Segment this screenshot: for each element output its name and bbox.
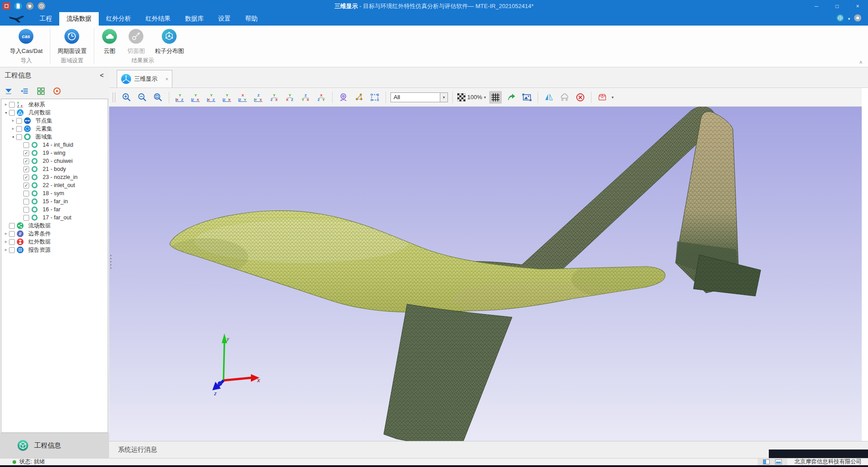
tree-item[interactable]: 17 - far_out xyxy=(1,214,108,222)
collapse-arrow-icon[interactable]: ▶ xyxy=(3,240,9,244)
history-icon[interactable] xyxy=(38,2,45,10)
panel-footer-tab[interactable]: 工程信息 xyxy=(0,433,109,458)
tree-item[interactable]: 16 - far xyxy=(1,205,108,214)
view-iso-2-button[interactable]: YXZ xyxy=(284,91,296,104)
view-iso-3-button[interactable]: ZYX xyxy=(299,91,312,104)
minimize-button[interactable]: ─ xyxy=(806,0,827,12)
ribbon-button[interactable]: cas导入Cas/Dat xyxy=(7,27,45,56)
collapse-arrow-icon[interactable]: ▶ xyxy=(10,127,16,131)
tree-item[interactable]: ▶YZX坐标系 xyxy=(1,100,108,109)
target-icon[interactable] xyxy=(52,86,62,96)
list-icon[interactable] xyxy=(20,86,30,96)
tree-checkbox[interactable] xyxy=(16,118,22,124)
box-select-button[interactable] xyxy=(368,91,381,104)
tree-item[interactable]: 15 - far_in xyxy=(1,197,108,205)
view-iso-1-button[interactable]: YZX xyxy=(268,91,281,104)
tree-checkbox[interactable] xyxy=(23,207,29,213)
view-iso-4-button[interactable]: XZY xyxy=(315,91,328,104)
tree-checkbox[interactable] xyxy=(23,215,29,221)
tree-item[interactable]: ▼几何数据 xyxy=(1,109,108,117)
undo-icon[interactable] xyxy=(26,2,34,10)
ribbon-button[interactable]: 云图 xyxy=(99,27,120,56)
opacity-caret-icon[interactable]: ▾ xyxy=(484,95,486,100)
ribbon-collapse-icon[interactable]: ∧ xyxy=(859,59,863,65)
expand-arrow-icon[interactable]: ▼ xyxy=(3,111,9,114)
toolbar-drag-handle[interactable] xyxy=(113,92,115,102)
zoom-in-button[interactable] xyxy=(120,91,133,104)
tree-item[interactable]: ▶边界条件 xyxy=(1,230,108,238)
filter-icon[interactable] xyxy=(4,86,13,96)
layout-left-icon[interactable] xyxy=(763,459,770,464)
tree-checkbox[interactable]: ✓ xyxy=(23,175,29,180)
panel-splitter-handle[interactable] xyxy=(110,254,112,269)
tree-item[interactable]: ✓19 - wing xyxy=(1,149,108,157)
tree-item[interactable]: 18 - sym xyxy=(1,189,108,197)
app-logo-icon[interactable] xyxy=(3,2,10,10)
mirror-button[interactable] xyxy=(543,91,555,104)
delete-button[interactable] xyxy=(574,91,587,104)
maximize-button[interactable]: □ xyxy=(827,0,847,12)
ribbon-tab[interactable]: 红外结果 xyxy=(138,12,178,26)
zoom-out-button[interactable] xyxy=(136,91,149,104)
display-filter-combobox[interactable]: All ▾ xyxy=(390,92,448,102)
ribbon-tab[interactable]: 设置 xyxy=(211,12,238,26)
online-icon[interactable] xyxy=(836,14,844,24)
ribbon-tab[interactable]: 流场数据 xyxy=(59,12,99,26)
tree-item[interactable]: ▶节点集 xyxy=(1,117,108,125)
3d-viewport[interactable]: y x z xyxy=(109,107,862,441)
tree-item[interactable]: ✓23 - nozzle_in xyxy=(1,173,108,181)
zoom-fit-button[interactable] xyxy=(152,91,164,104)
tab-3d-view[interactable]: 三维显示 × xyxy=(117,70,172,87)
tree-checkbox[interactable] xyxy=(9,223,15,229)
expand-arrow-icon[interactable]: ▼ xyxy=(10,135,16,139)
collapse-arrow-icon[interactable]: ▶ xyxy=(3,103,9,106)
tab-close-icon[interactable]: × xyxy=(166,76,168,82)
camera-button[interactable] xyxy=(337,91,350,104)
node-graph-button[interactable] xyxy=(353,91,365,104)
tree-checkbox[interactable] xyxy=(9,239,15,245)
tree-item[interactable]: ✓20 - chuiwei xyxy=(1,157,108,165)
tree-checkbox[interactable] xyxy=(9,231,15,237)
tree-checkbox[interactable] xyxy=(9,102,15,108)
archive-box-button[interactable] xyxy=(596,91,609,104)
opacity-control[interactable]: 100% ▾ xyxy=(457,93,486,101)
tree-checkbox[interactable]: ✓ xyxy=(23,158,29,164)
ribbon-tab[interactable]: 红外分析 xyxy=(99,12,138,26)
grid-icon[interactable] xyxy=(36,86,46,96)
panel-collapse-icon[interactable]: < xyxy=(100,72,105,79)
tree-item[interactable]: ▶报告资源 xyxy=(1,246,108,254)
ribbon-tab[interactable]: 帮助 xyxy=(238,12,265,26)
collapse-arrow-icon[interactable]: ▶ xyxy=(10,119,16,122)
ribbon-tab[interactable]: 工程 xyxy=(32,12,59,26)
view-front-button[interactable]: YXZ xyxy=(174,91,186,104)
collapse-arrow-icon[interactable]: ▶ xyxy=(3,232,9,236)
tree-item[interactable]: ▼面域集 xyxy=(1,133,108,141)
snapshot-button[interactable] xyxy=(521,91,533,104)
tree-item[interactable]: 14 - int_fluid xyxy=(1,141,108,149)
export-arrow-button[interactable] xyxy=(505,91,517,104)
ribbon-tab[interactable]: 数据库 xyxy=(178,12,211,26)
tree-item[interactable]: ▶元素集 xyxy=(1,125,108,133)
dropdown-caret-icon[interactable]: ▾ xyxy=(848,17,850,21)
ribbon-button[interactable]: 周期面设置 xyxy=(55,27,89,56)
view-bottom-button[interactable]: ZYX xyxy=(252,91,265,104)
tree-checkbox[interactable] xyxy=(16,134,22,140)
layout-bottom-icon[interactable] xyxy=(775,459,782,464)
grid-toggle-button[interactable] xyxy=(489,91,502,104)
tree-checkbox[interactable] xyxy=(23,142,29,148)
tree-checkbox[interactable]: ✓ xyxy=(23,166,29,172)
help-icon[interactable] xyxy=(854,14,862,24)
tree-item[interactable]: ✓21 - body xyxy=(1,165,108,173)
view-right-button[interactable]: YZX xyxy=(221,91,233,104)
save-icon[interactable] xyxy=(14,2,22,10)
tree-checkbox[interactable]: ✓ xyxy=(23,183,29,188)
tree-checkbox[interactable]: ✓ xyxy=(23,150,29,156)
ribbon-button[interactable]: 粒子分布图 xyxy=(152,27,187,56)
tree-item[interactable]: ✓22 - inlet_out xyxy=(1,181,108,189)
tree-checkbox[interactable] xyxy=(9,110,15,116)
view-top-button[interactable]: XZY xyxy=(237,91,249,104)
tree-checkbox[interactable] xyxy=(16,126,22,132)
view-left-button[interactable]: YXZ xyxy=(205,91,218,104)
tree-item[interactable]: 流场数据 xyxy=(1,222,108,230)
tree-checkbox[interactable] xyxy=(9,247,15,253)
